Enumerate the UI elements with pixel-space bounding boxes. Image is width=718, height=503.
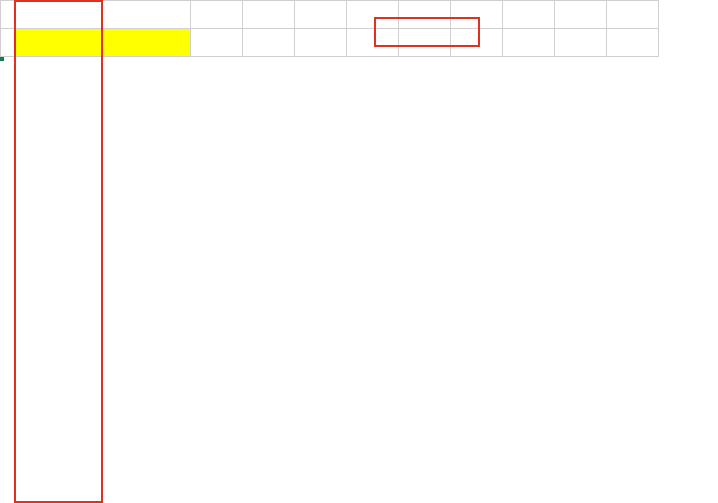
cell[interactable] [451,29,503,57]
col-header-B[interactable] [103,1,191,29]
spreadsheet-grid[interactable] [0,0,659,57]
col-header-I[interactable] [503,1,555,29]
col-header-C[interactable] [191,1,243,29]
col-header-G[interactable] [399,1,451,29]
highlight-column-A [14,0,103,503]
cell[interactable] [503,29,555,57]
cell[interactable] [399,29,451,57]
col-header-E[interactable] [295,1,347,29]
active-cell-outline [0,57,4,61]
cell-A1[interactable] [15,29,103,57]
cell[interactable] [295,29,347,57]
col-header-F[interactable] [347,1,399,29]
row-header[interactable] [1,29,15,57]
column-header-row [1,1,659,29]
cell[interactable] [243,29,295,57]
select-all-corner[interactable] [1,1,15,29]
col-header-K[interactable] [607,1,659,29]
cell-F1[interactable] [347,29,399,57]
cell[interactable] [555,29,607,57]
col-header-D[interactable] [243,1,295,29]
col-header-A[interactable] [15,1,103,29]
col-header-J[interactable] [555,1,607,29]
cell[interactable] [607,29,659,57]
col-header-H[interactable] [451,1,503,29]
cell[interactable] [191,29,243,57]
cell-B1[interactable] [103,29,191,57]
table-row [1,29,659,57]
